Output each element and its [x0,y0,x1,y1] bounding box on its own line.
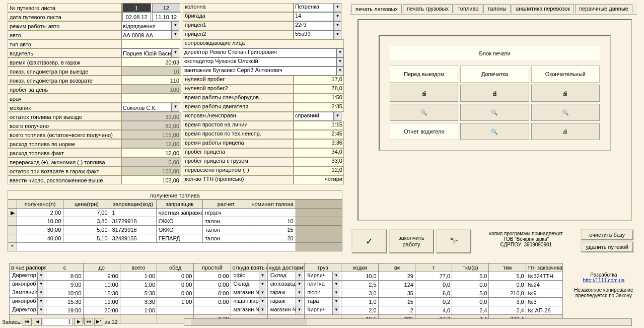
table-cell[interactable]: 30,00 [17,226,63,234]
field-value[interactable]: 103,00 [121,175,181,184]
table-cell[interactable]: 32489155 [110,234,156,243]
table-cell[interactable]: 1:00 [120,306,157,315]
chevron-down-icon[interactable]: ▼ [172,30,179,39]
chevron-down-icon[interactable]: ▼ [296,272,303,280]
table-cell[interactable]: 1,0 [341,298,378,306]
table-cell[interactable]: №3 [526,298,562,306]
table-cell[interactable]: Склад▼ [231,281,267,289]
table-cell[interactable]: 20 [249,234,296,243]
table-cell[interactable]: склозавод▼ [267,281,304,289]
table-cell[interactable]: № АП-26 [526,306,562,315]
chevron-down-icon[interactable]: ▼ [259,306,266,314]
table-cell[interactable]: 77,0 [415,272,452,281]
chevron-down-icon[interactable]: ▼ [259,298,266,306]
table-cell[interactable]: 35 [378,289,415,298]
binoculars-button[interactable]: 🔭 [436,229,471,253]
table-cell[interactable]: Замовник▼ [10,289,46,298]
field-value[interactable]: чотири [294,175,344,184]
chevron-down-icon[interactable]: ▼ [37,298,44,306]
table-cell[interactable]: 40,00 [17,234,63,243]
table-cell[interactable]: 5:30 [120,289,157,298]
table-cell[interactable]: талон [203,226,249,234]
field-value[interactable]: 1:15 [294,121,344,130]
table-cell[interactable]: гараж▼ [267,298,304,306]
table-cell[interactable] [249,209,296,217]
escort-combo[interactable]: вантажник Бугаєнко Сергій Антонович▼ [183,67,344,76]
chevron-down-icon[interactable]: ▼ [296,289,303,297]
table-cell[interactable]: 210,0 [489,289,526,298]
table-cell[interactable]: 15:30 [83,289,120,298]
table-cell[interactable]: плитка▼ [305,281,341,289]
field-value[interactable]: 12,0 [294,166,344,175]
table-cell[interactable]: 0:00 [157,281,194,289]
table-cell[interactable]: 15 [378,298,415,306]
table-cell[interactable]: частная заправка [156,209,202,217]
table-cell[interactable]: 0,0 [415,281,452,289]
table-cell[interactable]: талон [203,217,249,226]
table-cell[interactable]: №24 [526,281,562,289]
chevron-down-icon[interactable]: ▼ [332,298,339,306]
table-cell[interactable]: 0,0 [452,298,489,306]
table-cell[interactable]: 124 [378,281,415,289]
table-cell[interactable]: 8:00 [46,272,83,281]
preview-button[interactable]: 🔍 [390,104,458,121]
print-button[interactable]: 🖨 [390,85,458,102]
table-cell[interactable]: піщан.кар'єр▼ [231,298,267,306]
combo-field[interactable]: Соколов С.К.▼ [121,103,179,112]
tab[interactable]: печать легковых [351,5,402,14]
field-value[interactable]: 3:36 [294,139,344,148]
table-cell[interactable]: 31729918 [110,217,156,226]
table-cell[interactable]: 0:00 [194,272,231,281]
nav-next[interactable]: ▶ [74,318,83,326]
combo-field[interactable]: 14▼ [294,12,341,21]
table-cell[interactable] [194,306,231,315]
chevron-down-icon[interactable]: ▼ [336,48,344,57]
table-cell[interactable]: 3:30 [120,298,157,306]
table-cell[interactable]: 0,2 [415,298,452,306]
table-cell[interactable]: 5,00 [63,226,110,234]
table-cell[interactable]: 0:00 [157,289,194,298]
horizontal-scrollbar[interactable] [184,318,632,326]
delete-sheet-button[interactable]: удалить путевой [581,241,633,252]
table-cell[interactable]: 4,0 [415,306,452,315]
table-cell[interactable]: магазин №4▼ [231,306,267,315]
preview-button[interactable]: 🔍 [460,123,529,140]
field-value[interactable] [121,39,181,48]
table-cell[interactable]: 10:00 [83,281,120,289]
nav-new[interactable]: ▶* [94,318,103,326]
table-cell[interactable]: ОККО [156,226,202,234]
table-cell[interactable]: 6,0 [415,289,452,298]
table-cell[interactable]: №9 [526,289,562,298]
table-cell[interactable]: 10:00 [46,289,83,298]
table-cell[interactable]: 10 [249,217,296,226]
table-cell[interactable]: 10,00 [17,217,63,226]
chevron-down-icon[interactable]: ▼ [334,12,341,21]
table-cell[interactable]: ГЕПАРД [156,234,202,243]
combo-field[interactable]: АА 0009 АА▼ [121,30,179,39]
table-cell[interactable]: 3,0 [341,289,378,298]
table-cell[interactable]: гараж▼ [267,289,304,298]
tab[interactable]: аналитика перевозок [512,4,574,13]
table-cell[interactable]: 3,80 [63,217,110,226]
table-cell[interactable]: 7,00 [63,209,110,217]
escort-combo[interactable]: директор Ремло Степан Григорович▼ [183,48,344,57]
table-cell[interactable]: 2,5 [341,281,378,289]
table-cell[interactable]: 1:00 [120,281,157,289]
escort-combo[interactable]: експедитор Чуханов Олексій▼ [183,57,344,67]
date-a[interactable]: 02.08.12 [122,12,151,21]
confirm-button[interactable]: ✓ [351,229,387,253]
table-cell[interactable]: магазин №33▼ [267,306,304,315]
table-cell[interactable]: 0:00 [194,298,231,306]
date-b[interactable]: 11.10.12 [152,12,181,21]
table-cell[interactable]: 0,0 [452,281,489,289]
combo-field[interactable]: Парцев Юрій Васи▼ [121,48,179,57]
table-cell[interactable]: 2,0 [341,306,378,315]
table-cell[interactable] [157,306,194,315]
chevron-down-icon[interactable]: ▼ [296,306,303,314]
chevron-down-icon[interactable]: ▼ [37,306,44,314]
combo-field[interactable]: відрядження▼ [121,21,179,30]
table-cell[interactable]: 0:00 [157,272,194,281]
table-cell[interactable]: 1 [110,209,156,217]
chevron-down-icon[interactable]: ▼ [37,272,44,280]
table-cell[interactable]: 9:00 [46,281,83,289]
